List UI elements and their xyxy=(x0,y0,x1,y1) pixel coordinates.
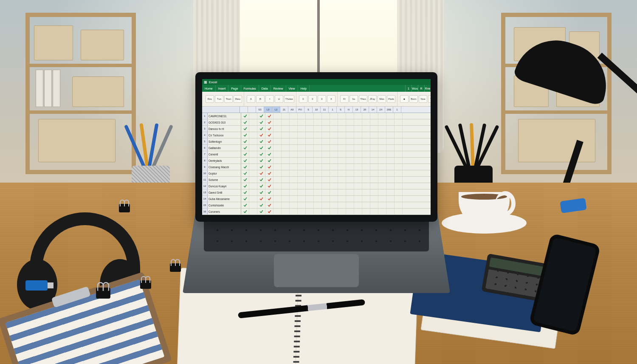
toolbar-button[interactable]: Nue xyxy=(419,95,427,103)
cell[interactable] xyxy=(314,183,322,189)
cell[interactable] xyxy=(314,158,322,164)
cell[interactable] xyxy=(273,151,282,157)
ribbon-toolbar[interactable]: RovTunTitonRetoABIUTholes≡≡≡XFrItoThesJF… xyxy=(202,92,431,107)
cell[interactable] xyxy=(378,158,386,164)
cell[interactable] xyxy=(298,209,306,214)
quick-action[interactable]: Rne xyxy=(424,85,431,92)
cell[interactable] xyxy=(370,151,378,157)
cell[interactable] xyxy=(314,145,322,151)
cell[interactable] xyxy=(249,158,257,164)
cell[interactable] xyxy=(395,209,403,214)
cell[interactable] xyxy=(395,151,403,157)
cell[interactable] xyxy=(362,164,370,170)
cell[interactable] xyxy=(354,177,362,183)
cell[interactable] xyxy=(273,177,282,183)
cell[interactable] xyxy=(290,151,298,157)
cell[interactable] xyxy=(395,119,403,125)
cell[interactable] xyxy=(362,189,370,195)
cell[interactable] xyxy=(354,132,362,138)
row-number[interactable]: 16 xyxy=(202,209,208,214)
cell[interactable] xyxy=(257,158,265,164)
cell[interactable] xyxy=(330,202,338,208)
cell[interactable] xyxy=(346,196,354,202)
cell[interactable] xyxy=(314,119,322,125)
cell[interactable] xyxy=(282,177,290,183)
cell[interactable] xyxy=(362,113,370,119)
toolbar-button[interactable]: Mas xyxy=(378,95,386,103)
column-header[interactable]: 11 xyxy=(321,107,329,113)
toolbar-button[interactable]: ≡ xyxy=(318,95,326,103)
cell[interactable] xyxy=(314,196,322,202)
cell[interactable] xyxy=(386,119,395,125)
cell[interactable] xyxy=(298,151,306,157)
table-row[interactable]: 12Doncos Koayn xyxy=(202,183,431,189)
cell[interactable] xyxy=(346,151,354,157)
cell[interactable] xyxy=(362,138,370,144)
row-number[interactable]: 4 xyxy=(202,132,208,138)
cell[interactable] xyxy=(241,177,249,183)
cell[interactable] xyxy=(322,113,330,119)
cell[interactable] xyxy=(290,189,298,195)
cell[interactable] xyxy=(346,158,354,164)
column-header[interactable]: 21 xyxy=(280,107,288,113)
cell[interactable] xyxy=(265,196,273,202)
cell[interactable] xyxy=(354,202,362,208)
cell[interactable] xyxy=(306,126,314,132)
row-number[interactable]: 15 xyxy=(202,202,208,208)
cell[interactable] xyxy=(354,170,362,176)
cell[interactable] xyxy=(346,189,354,195)
cell[interactable] xyxy=(354,145,362,151)
cell[interactable] xyxy=(378,164,386,170)
cell[interactable] xyxy=(370,145,378,151)
row-number[interactable]: 8 xyxy=(202,158,208,164)
row-label-cell[interactable]: Gaillandin xyxy=(208,145,241,151)
row-number[interactable]: 13 xyxy=(202,189,208,195)
cell[interactable] xyxy=(265,145,273,151)
column-header[interactable]: 10 xyxy=(313,107,321,113)
toolbar-button[interactable]: B xyxy=(256,95,265,103)
cell[interactable] xyxy=(273,183,282,189)
cell[interactable] xyxy=(282,170,290,176)
cell[interactable] xyxy=(306,113,314,119)
cell[interactable] xyxy=(322,164,330,170)
cell[interactable] xyxy=(257,138,265,144)
cell[interactable] xyxy=(241,138,249,144)
ribbon-tab[interactable]: Help xyxy=(298,85,310,92)
column-header[interactable]: S xyxy=(304,107,313,113)
cell[interactable] xyxy=(330,183,338,189)
cell[interactable] xyxy=(346,145,354,151)
cell[interactable] xyxy=(330,145,338,151)
row-label-cell[interactable]: Oentrylads xyxy=(208,158,241,164)
cell[interactable] xyxy=(290,119,298,125)
cell[interactable] xyxy=(322,138,330,144)
cell[interactable] xyxy=(257,202,265,208)
row-label-cell[interactable]: Sottenlogn xyxy=(208,138,241,144)
cell[interactable] xyxy=(362,119,370,125)
cell[interactable] xyxy=(306,151,314,157)
toolbar-button[interactable]: Tun xyxy=(215,95,223,103)
row-number[interactable]: 1 xyxy=(202,113,208,119)
row-label-cell[interactable]: Sotome xyxy=(208,177,241,183)
cell[interactable] xyxy=(298,177,306,183)
cell[interactable] xyxy=(314,177,322,183)
cell[interactable] xyxy=(330,189,338,195)
row-number[interactable]: 7 xyxy=(202,151,208,157)
cell[interactable] xyxy=(298,170,306,176)
cell[interactable] xyxy=(306,119,314,125)
cell[interactable] xyxy=(330,170,338,176)
cell[interactable] xyxy=(306,209,314,214)
cell[interactable] xyxy=(314,132,322,138)
cell[interactable] xyxy=(338,132,346,138)
cell[interactable] xyxy=(249,177,257,183)
cell[interactable] xyxy=(354,189,362,195)
ribbon-tab[interactable]: Page xyxy=(228,85,241,92)
cell[interactable] xyxy=(257,119,265,125)
column-header[interactable]: 1 xyxy=(329,107,337,113)
cell[interactable] xyxy=(346,209,354,214)
cell[interactable] xyxy=(378,170,386,176)
cell[interactable] xyxy=(362,196,370,202)
cell[interactable] xyxy=(249,113,257,119)
cell[interactable] xyxy=(338,177,346,183)
cell[interactable] xyxy=(346,119,354,125)
cell[interactable] xyxy=(338,145,346,151)
